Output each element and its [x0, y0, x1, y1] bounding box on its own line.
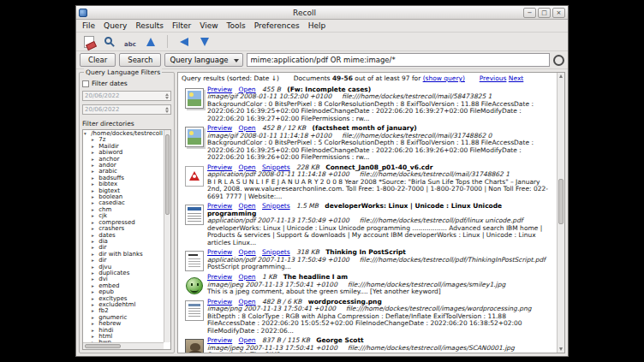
tree-item[interactable]: ▸ dir — [84, 258, 163, 264]
tree-root-item[interactable]: ▾ /home/dockes/testrecoll — [84, 131, 163, 137]
date-to-field[interactable]: 20/06/2022 — [82, 104, 171, 115]
tree-item[interactable]: ▸ html — [84, 334, 163, 340]
arrow-up-icon[interactable] — [142, 33, 159, 50]
scrollbar-thumb[interactable] — [165, 134, 170, 215]
menu-item[interactable]: Filter — [168, 21, 195, 31]
tree-item[interactable]: ▸ hebrew — [84, 321, 163, 327]
result-text: Preview Open 837 B / 115 KB George Scott… — [207, 337, 553, 353]
snippets-link[interactable]: Snippets — [262, 202, 290, 210]
query-mode-select[interactable]: Query language — [164, 53, 242, 67]
search-bar: Clear Search Query language — [76, 51, 568, 69]
term-explorer-icon[interactable] — [122, 33, 139, 50]
result-url: file:///home/dockes/testrecoll/pdf/Think… — [360, 256, 546, 264]
result-abstract: BackgroundColor : 0 BitsPerPixel : 8 Col… — [207, 101, 553, 123]
date-from-field[interactable]: 20/06/2022 — [82, 91, 171, 101]
search-button[interactable]: Search — [119, 53, 161, 67]
tree-item[interactable]: ▸ anchor — [84, 157, 163, 163]
tree-item[interactable]: ▸ embed — [84, 283, 163, 289]
menu-item[interactable]: View — [195, 21, 222, 31]
tree-item[interactable]: ▸ abiword — [84, 150, 163, 156]
tree-item[interactable]: ▸ crashers — [84, 226, 163, 232]
results-scrollbar[interactable] — [557, 73, 564, 353]
result-mime-date: application/pdf 2007-11-13 17:50:49 +010… — [207, 217, 349, 224]
smiley-icon — [186, 277, 203, 294]
gif-icon — [185, 88, 204, 109]
arrow-down-icon[interactable] — [196, 33, 213, 50]
spinner-icon[interactable] — [165, 107, 169, 113]
tree-item[interactable]: ▸ badsuffs — [84, 175, 163, 181]
tree-item[interactable]: ▸ gnumeric — [84, 315, 163, 321]
query-mode-value: Query language — [170, 56, 228, 64]
filter-dates-row[interactable]: Filter dates — [82, 80, 171, 87]
tree-item[interactable]: ▸ duplicates — [84, 270, 163, 276]
menu-item[interactable]: Preferences — [250, 21, 304, 31]
tree-item[interactable]: ▸ andor — [84, 163, 163, 169]
menu-item[interactable]: Results — [131, 21, 168, 31]
tree-item[interactable]: ▸ chm — [84, 207, 163, 213]
arrow-left-icon[interactable] — [176, 33, 193, 50]
tree-item[interactable]: ▸ hindi — [84, 328, 163, 334]
result-mime-date: image/gif 2008-01-11 10:52:00 +0100 — [207, 92, 331, 100]
next-page-link[interactable]: Next — [509, 74, 523, 82]
tree-item[interactable]: ▸ bigtext — [84, 188, 163, 194]
spinner-icon[interactable] — [165, 93, 169, 99]
chevron-down-icon — [234, 59, 239, 62]
checkbox-icon[interactable] — [82, 80, 89, 87]
titlebar[interactable]: Recoll − □ × — [76, 6, 568, 20]
scroll-down-icon[interactable] — [559, 347, 563, 351]
previous-page-link[interactable]: Previous — [480, 74, 507, 82]
tree-item[interactable]: ▸ dir with blanks — [84, 252, 163, 258]
toolbar-separator — [167, 35, 168, 48]
tree-vertical-scrollbar[interactable] — [164, 130, 170, 342]
result-text: Preview Open Snippets 228 KB Connect_Jan… — [207, 164, 553, 201]
sort-indicator: (sorted: Date ↓) — [227, 74, 279, 82]
result-abstract: PostScript programming... — [207, 264, 553, 271]
chevron-down-icon[interactable]: ▾ — [84, 131, 89, 137]
tree-item[interactable]: ▸ Maildir — [84, 144, 163, 150]
date-to-value: 20/06/2022 — [85, 106, 119, 113]
clear-search-icon[interactable] — [80, 33, 98, 50]
scrollbar-thumb[interactable] — [558, 179, 564, 223]
tree-horizontal-scrollbar[interactable] — [83, 342, 164, 349]
result-row: Preview Open 1 KB The headline I am imag… — [182, 274, 553, 296]
tree-item[interactable]: ▸ dates — [84, 233, 163, 239]
recoll-window: Recoll − □ × File Query Results Filter V… — [75, 5, 569, 357]
search-options-icon[interactable] — [553, 55, 564, 66]
filter-directories-title: Filter directories — [82, 120, 171, 128]
menu-item[interactable]: Tools — [223, 21, 250, 31]
search-input[interactable] — [247, 53, 550, 67]
menu-item[interactable]: Help — [304, 21, 331, 31]
query-language-filters-group: Query Language Filters Filter dates 20/0… — [79, 72, 175, 353]
tree-item[interactable]: ▸ excludehtml — [84, 302, 163, 308]
scroll-up-icon[interactable] — [559, 74, 563, 78]
close-button[interactable]: × — [552, 8, 565, 18]
main-content: Query Language Filters Filter dates 20/0… — [76, 69, 568, 356]
menubar: File Query Results Filter View Tools Pre… — [76, 20, 568, 33]
result-url: file:///home/dockes/testrecoll/mail/5847… — [342, 92, 492, 100]
window-title: Recoll — [87, 9, 522, 17]
result-mime-date: image/png 2007-11-13 17:50:41 +0100 — [207, 305, 336, 312]
scrollbar-thumb[interactable] — [85, 344, 121, 348]
tree-item[interactable]: ▸ casediac — [84, 200, 163, 206]
tree-item[interactable]: ▸ dvi — [84, 276, 163, 282]
directory-tree[interactable]: ▾ /home/dockes/testrecoll ▸ 7z ▸ — [82, 129, 171, 350]
tree-item[interactable]: ▸ 7z — [84, 137, 163, 143]
menu-item[interactable]: File — [78, 21, 99, 31]
tree-item[interactable]: ▸ dia — [84, 239, 163, 245]
clear-button[interactable]: Clear — [80, 53, 116, 67]
documents-range: 49-56 — [332, 74, 353, 82]
search-icon[interactable] — [101, 33, 118, 50]
result-icon-column — [182, 164, 207, 201]
show-query-link[interactable]: (show query) — [423, 74, 465, 82]
maximize-button[interactable]: □ — [538, 8, 551, 18]
photo-icon — [185, 339, 204, 353]
result-row: Preview Open Snippets 228 KB Connect_Jan… — [182, 164, 553, 201]
menu-item[interactable]: Query — [99, 21, 131, 31]
main-toolbar — [76, 33, 568, 51]
result-icon-column — [182, 86, 207, 123]
result-text: Preview Open 455 B (Fw: Incomplete cases… — [207, 86, 553, 123]
minimize-button[interactable]: − — [523, 8, 536, 18]
tree-item[interactable]: ▸ bibtex — [84, 181, 163, 187]
results-list: Query results (sorted: Date ↓) Documents… — [178, 73, 557, 353]
result-url: file:///home/dockes/testrecoll/images/wo… — [346, 305, 532, 312]
